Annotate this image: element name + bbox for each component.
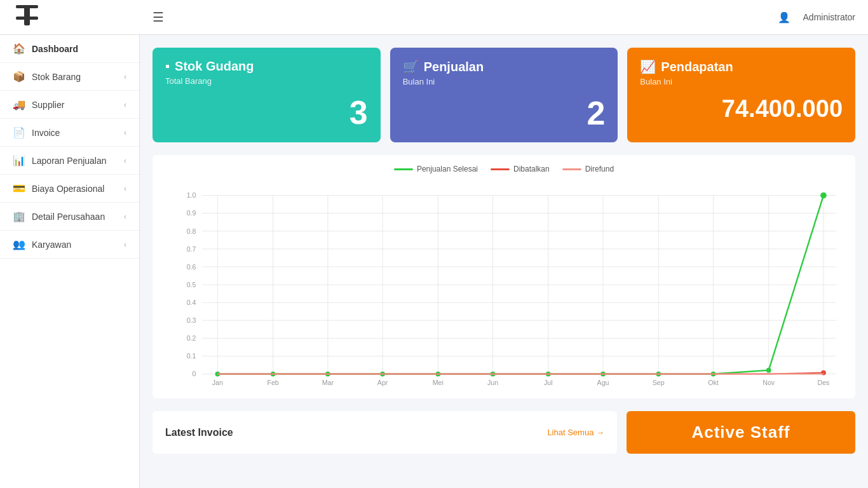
svg-text:0.7: 0.7 [187,245,196,253]
legend-line-green [394,168,413,170]
header: ☰ 👤 Administrator [0,0,868,35]
credit-card-icon: 💳 [13,182,25,194]
logo-icon [13,3,41,32]
people-icon: 👥 [13,238,25,250]
truck-icon: 🚚 [13,98,25,111]
card-stok-gudang-title: ▪ Stok Gudang [165,59,368,74]
latest-invoice-title: Latest Invoice [165,427,233,438]
svg-text:0.2: 0.2 [187,334,196,342]
chart-legend: Penjualan Selesai Dibatalkan Direfund [165,165,843,173]
chevron-icon: ‹ [124,128,126,137]
sidebar-item-invoice[interactable]: 📄 Invoice ‹ [0,119,139,147]
card-stok-gudang-value: 3 [165,96,368,129]
svg-text:0: 0 [193,370,196,377]
cart-icon: 🛒 [403,59,419,74]
lihat-semua-link[interactable]: Lihat Semua → [547,428,604,437]
latest-invoice-card: Latest Invoice Lihat Semua → [153,411,617,454]
sidebar-label-karyawan: Karyawan [32,240,71,250]
sidebar-label-invoice: Invoice [32,128,60,138]
invoice-icon: 📄 [13,126,25,139]
chart-bar-icon: 📊 [13,154,25,166]
card-pendapatan-value: 74.400.000 [640,97,843,121]
card-pendapatan: 📈 Pendapatan Bulan Ini 74.400.000 [627,48,855,142]
sidebar-item-detail-perusahaan[interactable]: 🏢 Detail Perusahaan ‹ [0,203,139,231]
hamburger-icon: ☰ [153,10,164,24]
svg-text:Jul: Jul [544,379,553,386]
svg-text:Jun: Jun [487,379,498,386]
svg-text:0.1: 0.1 [187,352,196,360]
chevron-icon: ‹ [124,212,126,221]
main-content: ▪ Stok Gudang Total Barang 3 🛒 Penjualan… [140,35,868,488]
card-pendapatan-title: 📈 Pendapatan [640,59,843,74]
admin-label: Administrator [803,12,855,22]
svg-text:Mar: Mar [322,379,334,386]
card-penjualan: 🛒 Penjualan Bulan Ini 2 [390,48,618,142]
sidebar-label-dashboard: Dashboard [32,44,78,54]
svg-text:Jan: Jan [212,379,223,386]
trending-up-icon: 📈 [640,59,656,74]
sidebar: 🏠 Dashboard 📦 Stok Barang ‹ 🚚 Supplier ‹… [0,35,140,488]
sidebar-item-biaya-operasional[interactable]: 💳 Biaya Operasional ‹ [0,175,139,203]
cards-row: ▪ Stok Gudang Total Barang 3 🛒 Penjualan… [153,48,855,142]
building-icon: 🏢 [13,210,25,222]
sidebar-item-supplier[interactable]: 🚚 Supplier ‹ [0,91,139,119]
sidebar-item-laporan-penjualan[interactable]: 📊 Laporan Penjualan ‹ [0,147,139,175]
svg-point-59 [766,368,771,373]
legend-line-red [491,168,510,170]
sidebar-label-detail-perusahaan: Detail Perusahaan [32,212,105,222]
svg-point-60 [820,193,827,199]
svg-rect-2 [16,17,38,20]
admin-icon: 👤 [778,11,790,24]
svg-text:Mei: Mei [433,379,444,386]
card-penjualan-title: 🛒 Penjualan [403,59,606,74]
legend-line-pink [562,168,581,170]
bottom-row: Latest Invoice Lihat Semua → Active Staf… [153,411,855,454]
logo [13,3,41,32]
chevron-icon: ‹ [124,72,126,81]
chart-svg: 1.0 0.9 0.8 0.7 0.6 0.5 0.4 0.3 0.2 0.1 … [165,180,843,392]
home-icon: 🏠 [13,43,25,55]
chevron-icon: ‹ [124,240,126,249]
svg-rect-1 [24,5,30,25]
svg-text:Feb: Feb [267,379,278,386]
chevron-icon: ‹ [124,156,126,165]
box-icon: 📦 [13,71,25,83]
legend-direfund: Direfund [562,165,614,173]
svg-text:Sep: Sep [653,379,665,386]
active-staff-card[interactable]: Active Staff [627,411,855,454]
card-stok-gudang: ▪ Stok Gudang Total Barang 3 [153,48,381,142]
svg-text:Nov: Nov [763,379,775,386]
header-right: 👤 Administrator [778,11,855,24]
active-staff-label: Active Staff [691,423,790,442]
sidebar-item-dashboard[interactable]: 🏠 Dashboard [0,35,139,63]
svg-text:Des: Des [817,379,829,386]
svg-text:0.4: 0.4 [187,299,196,306]
sidebar-label-supplier: Supplier [32,100,64,110]
legend-dibatalkan: Dibatalkan [491,165,550,173]
svg-text:Agu: Agu [597,379,609,386]
warehouse-icon: ▪ [165,59,170,74]
chart-container: Penjualan Selesai Dibatalkan Direfund [153,155,855,398]
svg-text:0.3: 0.3 [187,316,196,324]
card-stok-gudang-subtitle: Total Barang [165,76,368,86]
svg-text:Okt: Okt [708,379,719,386]
sidebar-label-laporan-penjualan: Laporan Penjualan [32,156,107,166]
chevron-icon: ‹ [124,100,126,109]
hamburger-button[interactable]: ☰ [153,10,164,25]
legend-penjualan-selesai: Penjualan Selesai [394,165,478,173]
card-penjualan-subtitle: Bulan Ini [403,77,606,86]
sidebar-item-stok-barang[interactable]: 📦 Stok Barang ‹ [0,63,139,91]
svg-text:0.9: 0.9 [187,209,196,217]
svg-text:Apr: Apr [377,379,388,386]
sidebar-label-stok-barang: Stok Barang [32,72,81,82]
sidebar-item-karyawan[interactable]: 👥 Karyawan ‹ [0,231,139,259]
svg-text:0.5: 0.5 [187,281,196,288]
svg-text:0.6: 0.6 [187,263,196,271]
chevron-icon: ‹ [124,184,126,193]
card-pendapatan-subtitle: Bulan Ini [640,77,843,86]
sidebar-label-biaya-operasional: Biaya Operasional [32,184,104,194]
svg-text:0.8: 0.8 [187,227,196,235]
svg-text:1.0: 1.0 [187,191,196,199]
card-penjualan-value: 2 [403,97,606,130]
